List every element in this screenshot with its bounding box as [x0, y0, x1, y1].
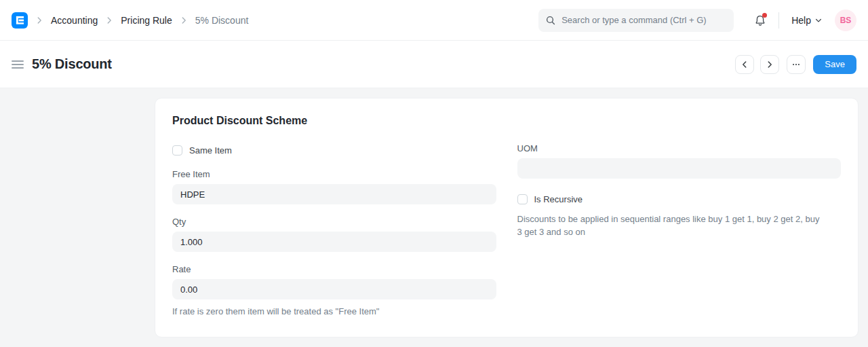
form-section-card: Product Discount Scheme Same Item Free I… — [155, 98, 859, 337]
chevron-right-icon — [35, 16, 44, 25]
free-item-label: Free Item — [172, 169, 496, 179]
breadcrumb-pricing-rule[interactable]: Pricing Rule — [121, 15, 172, 26]
chevron-right-icon — [179, 16, 189, 25]
user-avatar[interactable]: BS — [835, 10, 856, 31]
content-area: Product Discount Scheme Same Item Free I… — [0, 88, 868, 347]
is-recursive-label: Is Recursive — [534, 194, 583, 204]
chevron-right-icon — [104, 16, 114, 25]
chevron-left-icon — [740, 60, 749, 69]
ellipsis-icon — [791, 60, 801, 69]
navbar: Accounting Pricing Rule 5% Discount — [0, 0, 868, 41]
same-item-label: Same Item — [189, 145, 232, 156]
same-item-checkbox-row[interactable]: Same Item — [172, 143, 496, 157]
menu-button[interactable] — [787, 55, 806, 74]
qty-input[interactable] — [172, 232, 496, 252]
rate-description: If rate is zero them item will be treate… — [172, 306, 496, 318]
erpnext-logo-icon — [16, 16, 24, 24]
rate-input[interactable] — [172, 279, 496, 299]
is-recursive-checkbox[interactable] — [517, 194, 528, 204]
navbar-divider — [778, 12, 779, 29]
uom-field: UOM — [517, 143, 842, 179]
sidebar-toggle-icon[interactable] — [12, 58, 24, 71]
uom-input[interactable] — [517, 158, 842, 179]
is-recursive-checkbox-row[interactable]: Is Recursive — [517, 192, 842, 206]
notifications-button[interactable] — [754, 14, 766, 26]
global-search[interactable] — [538, 9, 734, 32]
avatar-initials: BS — [840, 16, 852, 25]
chevron-right-icon — [765, 60, 774, 69]
app-logo[interactable] — [12, 12, 28, 29]
search-input[interactable] — [561, 15, 727, 25]
uom-label: UOM — [517, 143, 842, 153]
navbar-actions: Help BS — [538, 9, 856, 32]
help-label: Help — [791, 15, 811, 26]
page-header: 5% Discount Save — [0, 41, 868, 88]
is-recursive-description: Discounts to be applied in sequential ra… — [517, 213, 842, 239]
free-item-input[interactable] — [172, 184, 496, 204]
qty-label: Qty — [172, 217, 496, 227]
next-document-button[interactable] — [760, 55, 779, 74]
same-item-checkbox[interactable] — [172, 145, 182, 156]
free-item-field: Free Item — [172, 169, 496, 204]
form-column-left: Same Item Free Item Qty Rate If rate is … — [172, 143, 496, 318]
notification-dot — [762, 13, 767, 18]
breadcrumb: Accounting Pricing Rule 5% Discount — [12, 12, 248, 29]
section-title: Product Discount Scheme — [172, 115, 841, 127]
rate-field: Rate If rate is zero them item will be t… — [172, 264, 496, 318]
search-icon — [545, 15, 556, 26]
breadcrumb-trail: Accounting Pricing Rule 5% Discount — [35, 15, 248, 26]
qty-field: Qty — [172, 217, 496, 252]
breadcrumb-current: 5% Discount — [195, 15, 249, 26]
form-column-right: UOM Is Recursive Discounts to be applied… — [517, 143, 842, 318]
rate-label: Rate — [172, 264, 496, 274]
help-menu[interactable]: Help — [791, 15, 823, 26]
chevron-down-icon — [814, 16, 823, 24]
save-button[interactable]: Save — [813, 55, 856, 74]
prev-document-button[interactable] — [735, 55, 754, 74]
breadcrumb-accounting[interactable]: Accounting — [51, 15, 98, 26]
page-title: 5% Discount — [32, 56, 112, 72]
